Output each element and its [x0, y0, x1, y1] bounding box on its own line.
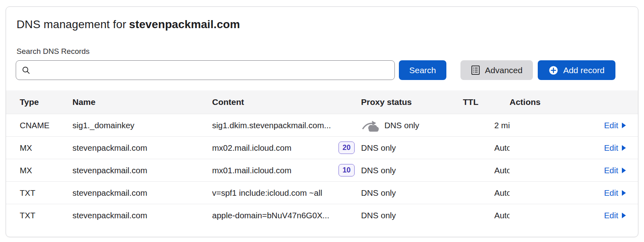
- page-title-prefix: DNS management for: [17, 18, 126, 31]
- cell-record-name: stevenpackmail.com: [72, 166, 212, 175]
- edit-record-link[interactable]: Edit: [604, 143, 626, 153]
- edit-link-label: Edit: [604, 143, 618, 153]
- triangle-right-icon: [622, 145, 626, 151]
- cell-ttl: Auto: [463, 143, 510, 153]
- search-button-label: Search: [409, 66, 436, 75]
- triangle-right-icon: [622, 190, 626, 196]
- cell-proxy-status: DNS only: [361, 143, 463, 153]
- triangle-right-icon: [622, 168, 626, 173]
- cell-actions: Edit: [510, 211, 638, 220]
- record-content-text: mx01.mail.icloud.com: [212, 166, 291, 175]
- priority-badge: 20: [339, 142, 355, 154]
- table-row: MXstevenpackmail.commx01.mail.icloud.com…: [6, 159, 638, 181]
- column-header-ttl: TTL: [463, 97, 510, 107]
- record-content-text: sig1.dkim.stevenpackmail.com...: [212, 121, 331, 130]
- edit-link-label: Edit: [604, 188, 618, 198]
- cell-record-content: sig1.dkim.stevenpackmail.com...: [212, 121, 361, 130]
- cell-actions: Edit: [510, 143, 638, 153]
- edit-record-link[interactable]: Edit: [604, 211, 626, 220]
- cell-record-name: stevenpackmail.com: [72, 211, 212, 220]
- dns-records-table: TypeNameContentProxy statusTTLActions CN…: [6, 90, 638, 226]
- edit-record-link[interactable]: Edit: [604, 121, 626, 130]
- cell-record-content: mx01.mail.icloud.com10: [212, 164, 361, 176]
- cell-record-content: v=spf1 include:icloud.com ~all: [212, 188, 361, 198]
- proxy-status-text: DNS only: [361, 143, 396, 153]
- record-content-text: apple-domain=bNuV47n6G0X...: [212, 211, 329, 220]
- cell-record-name: sig1._domainkey: [72, 121, 212, 130]
- add-record-button-label: Add record: [563, 66, 605, 75]
- triangle-right-icon: [622, 213, 626, 218]
- edit-record-link[interactable]: Edit: [604, 166, 626, 175]
- proxy-status-text: DNS only: [361, 188, 396, 198]
- add-record-button[interactable]: Add record: [538, 60, 615, 80]
- triangle-right-icon: [622, 123, 626, 128]
- table-row: TXTstevenpackmail.comv=spf1 include:iclo…: [6, 181, 638, 204]
- gray-cloud-arrow-icon: [361, 119, 380, 132]
- column-header-content: Content: [212, 97, 361, 107]
- edit-record-link[interactable]: Edit: [604, 188, 626, 198]
- search-input[interactable]: [35, 66, 389, 75]
- table-row: TXTstevenpackmail.comapple-domain=bNuV47…: [6, 204, 638, 226]
- cell-actions: Edit: [510, 121, 638, 130]
- proxy-status-text: DNS only: [361, 166, 396, 175]
- table-row: MXstevenpackmail.commx02.mail.icloud.com…: [6, 136, 638, 159]
- magnifier-icon: [22, 66, 31, 75]
- proxy-status-text: DNS only: [384, 121, 419, 130]
- column-header-actions: Actions: [510, 97, 638, 107]
- cell-record-type: MX: [6, 143, 72, 153]
- plus-circle-icon: [549, 66, 558, 75]
- document-list-icon: [471, 65, 480, 75]
- cell-actions: Edit: [510, 188, 638, 198]
- cell-record-name: stevenpackmail.com: [72, 143, 212, 153]
- cell-ttl: 2 min: [463, 121, 510, 130]
- record-content-text: v=spf1 include:icloud.com ~all: [212, 188, 322, 198]
- cell-record-content: mx02.mail.icloud.com20: [212, 142, 361, 154]
- table-body: CNAMEsig1._domainkeysig1.dkim.stevenpack…: [6, 114, 638, 226]
- cell-record-type: MX: [6, 166, 72, 175]
- cell-record-type: TXT: [6, 211, 72, 220]
- cell-proxy-status: DNS only: [361, 166, 463, 175]
- cell-record-type: CNAME: [6, 121, 72, 130]
- cell-proxy-status: DNS only: [361, 188, 463, 198]
- cell-ttl: Auto: [463, 211, 510, 220]
- priority-badge: 10: [339, 164, 355, 176]
- search-button[interactable]: Search: [399, 60, 446, 80]
- edit-link-label: Edit: [604, 211, 618, 220]
- cell-proxy-status: DNS only: [361, 119, 463, 132]
- record-content-text: mx02.mail.icloud.com: [212, 143, 291, 153]
- cell-record-type: TXT: [6, 188, 72, 198]
- cell-actions: Edit: [510, 166, 638, 175]
- table-row: CNAMEsig1._domainkeysig1.dkim.stevenpack…: [6, 114, 638, 136]
- edit-link-label: Edit: [604, 166, 618, 175]
- advanced-button[interactable]: Advanced: [460, 60, 533, 80]
- advanced-button-label: Advanced: [485, 66, 522, 75]
- page-title: DNS management forstevenpackmail.com: [17, 18, 638, 31]
- search-box[interactable]: [16, 60, 395, 80]
- edit-link-label: Edit: [604, 121, 618, 130]
- column-header-proxy-status: Proxy status: [361, 97, 463, 107]
- proxy-status-text: DNS only: [361, 211, 396, 220]
- column-header-name: Name: [72, 97, 212, 107]
- search-label: Search DNS Records: [17, 47, 638, 56]
- cell-proxy-status: DNS only: [361, 211, 463, 220]
- dns-toolbar: Search Advanced Add record: [16, 60, 615, 80]
- column-header-type: Type: [6, 97, 72, 107]
- page-title-domain: stevenpackmail.com: [129, 18, 240, 31]
- cell-record-content: apple-domain=bNuV47n6G0X...: [212, 211, 361, 220]
- table-header-row: TypeNameContentProxy statusTTLActions: [6, 90, 638, 114]
- cell-ttl: Auto: [463, 188, 510, 198]
- cell-record-name: stevenpackmail.com: [72, 188, 212, 198]
- cell-ttl: Auto: [463, 166, 510, 175]
- dns-management-card: DNS management forstevenpackmail.com Sea…: [6, 6, 638, 237]
